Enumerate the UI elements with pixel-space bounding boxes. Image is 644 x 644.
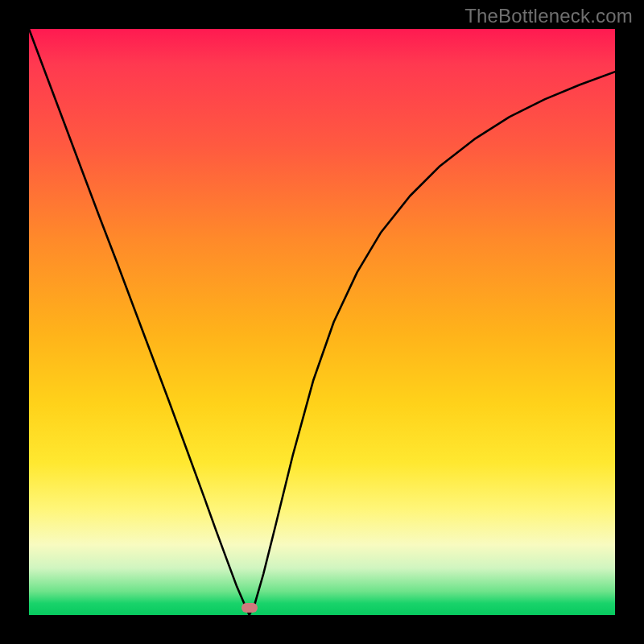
chart-frame: TheBottleneck.com (0, 0, 644, 644)
plot-area (29, 29, 615, 615)
minimum-marker (242, 603, 258, 613)
watermark-text: TheBottleneck.com (464, 5, 633, 27)
bottleneck-curve (29, 29, 615, 615)
